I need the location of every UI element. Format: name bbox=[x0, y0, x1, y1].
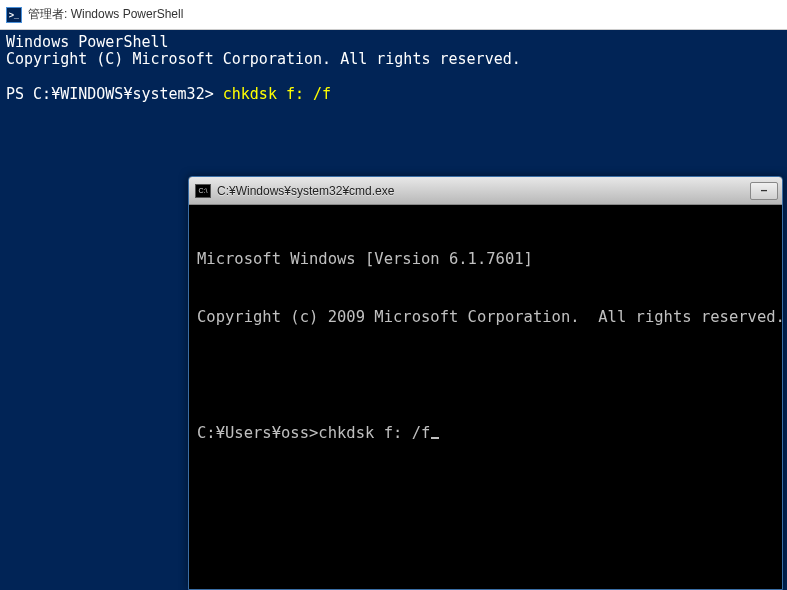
cmd-prompt: C:¥Users¥oss> bbox=[197, 424, 318, 442]
cursor bbox=[431, 437, 439, 439]
cmd-icon: C:\ bbox=[195, 184, 211, 198]
cmd-content[interactable]: Microsoft Windows [Version 6.1.7601] Cop… bbox=[189, 205, 782, 488]
cmd-title: C:¥Windows¥system32¥cmd.exe bbox=[217, 184, 744, 198]
cmd-header-line2: Copyright (c) 2009 Microsoft Corporation… bbox=[197, 308, 774, 327]
powershell-header-line1: Windows PowerShell bbox=[6, 34, 781, 51]
powershell-prompt: PS C:¥WINDOWS¥system32> bbox=[6, 85, 223, 103]
powershell-titlebar[interactable]: >_ 管理者: Windows PowerShell bbox=[0, 0, 787, 30]
powershell-icon: >_ bbox=[6, 7, 22, 23]
cmd-window[interactable]: C:\ C:¥Windows¥system32¥cmd.exe — Micros… bbox=[188, 176, 783, 590]
cmd-prompt-line: C:¥Users¥oss>chkdsk f: /f bbox=[197, 424, 774, 443]
minimize-button[interactable]: — bbox=[750, 182, 778, 200]
powershell-prompt-line: PS C:¥WINDOWS¥system32> chkdsk f: /f bbox=[6, 86, 781, 103]
powershell-content[interactable]: Windows PowerShell Copyright (C) Microso… bbox=[0, 30, 787, 107]
powershell-command: chkdsk f: /f bbox=[223, 85, 331, 103]
cmd-window-buttons: — bbox=[750, 182, 778, 200]
cmd-header-line1: Microsoft Windows [Version 6.1.7601] bbox=[197, 250, 774, 269]
cmd-command: chkdsk f: /f bbox=[318, 424, 430, 442]
cmd-titlebar[interactable]: C:\ C:¥Windows¥system32¥cmd.exe — bbox=[189, 177, 782, 205]
powershell-title: 管理者: Windows PowerShell bbox=[28, 6, 183, 23]
powershell-header-line2: Copyright (C) Microsoft Corporation. All… bbox=[6, 51, 781, 68]
